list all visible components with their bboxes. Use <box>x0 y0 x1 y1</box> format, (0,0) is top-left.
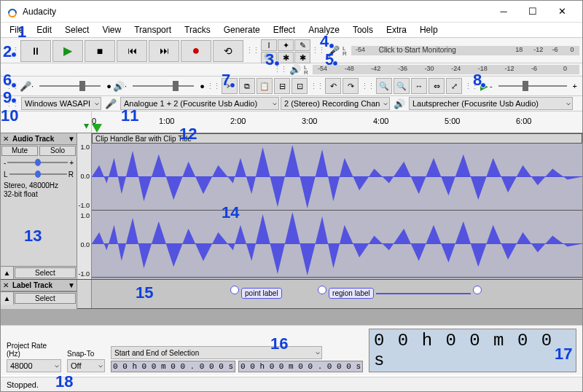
label-track-select-button[interactable]: Select <box>15 293 76 304</box>
zoom-toggle-button[interactable]: ⤢ <box>446 78 462 94</box>
track-menu-button[interactable]: ▼ <box>66 135 77 143</box>
stop-button[interactable]: ■ <box>85 40 115 62</box>
recording-meter[interactable]: -54 -48 -42 Click to Start Monitoring 18… <box>351 46 579 55</box>
cut-button[interactable]: ✂ <box>222 78 238 94</box>
grip[interactable]: ⋮⋮ <box>310 46 326 55</box>
clip-handle-bar[interactable]: Clip Handle Bar with Clip Title <box>92 133 582 144</box>
region-label[interactable]: region label <box>318 283 482 297</box>
label-track-menu-button[interactable]: ▼ <box>66 281 77 289</box>
label-collapse-button[interactable]: ▲ <box>1 292 14 305</box>
grip[interactable]: ⋮⋮ <box>272 65 288 74</box>
recording-device-dropdown[interactable]: Analogue 1 + 2 (Focusrite Usb Audio) <box>120 97 279 110</box>
undo-button[interactable]: ↶ <box>325 78 341 94</box>
grip[interactable]: ⋮⋮ <box>359 82 375 91</box>
paste-button[interactable]: 📋 <box>257 78 273 94</box>
solo-button[interactable]: Solo <box>39 146 76 156</box>
menu-edit[interactable]: Edit <box>31 23 58 36</box>
maximize-button[interactable]: ☐ <box>518 1 547 22</box>
collapse-button[interactable]: ▲ <box>1 267 14 279</box>
label-track-control: ✕ Label Track ▼ ▲ Select <box>1 280 77 309</box>
grip[interactable]: ⋮⋮ <box>4 99 20 109</box>
menu-view[interactable]: View <box>96 23 127 36</box>
label-track-close-button[interactable]: ✕ <box>1 281 11 289</box>
draw-tool-button[interactable]: ✎ <box>294 39 310 51</box>
minimize-button[interactable]: ─ <box>489 1 518 22</box>
play-speed-icon: ▶ <box>480 80 488 92</box>
mute-button[interactable]: Mute <box>1 146 38 156</box>
multi-tool-button[interactable]: ✱ <box>294 52 310 63</box>
close-button[interactable]: ✕ <box>547 1 576 22</box>
fit-selection-button[interactable]: ↔ <box>411 78 427 94</box>
snap-to-dropdown[interactable]: Off <box>67 359 105 372</box>
menu-tracks[interactable]: Tracks <box>179 23 216 36</box>
grip[interactable]: ⋮⋮ <box>463 82 479 91</box>
waveform-area[interactable]: Clip Handle Bar with Clip Title <box>92 133 582 279</box>
recording-channels-dropdown[interactable]: 2 (Stereo) Recording Chan <box>281 97 390 110</box>
grip[interactable]: ⋮⋮ <box>244 46 260 55</box>
envelope-tool-button[interactable]: ✦ <box>278 39 294 51</box>
grip[interactable]: ⋮⋮ <box>4 82 20 91</box>
project-rate-dropdown[interactable]: 48000 <box>7 359 61 372</box>
track-name[interactable]: Audio Track <box>11 135 66 143</box>
track-select-button[interactable]: Select <box>15 267 76 278</box>
skip-start-button[interactable]: ⏮ <box>117 40 147 62</box>
play-button[interactable]: ▶ <box>52 40 83 62</box>
record-button[interactable]: ● <box>181 40 211 62</box>
selection-end-time[interactable]: 0 0 h 0 0 m 0 0 . 0 0 0 s <box>238 361 363 372</box>
play-speed-slider[interactable]: -+ <box>490 79 577 93</box>
label-track: ✕ Label Track ▼ ▲ Select point label reg… <box>1 279 582 308</box>
recording-volume-slider[interactable]: ·● <box>31 79 111 93</box>
timeline-ruler[interactable]: 0 1:00 2:00 3:00 4:00 5:00 6:00 <box>92 111 582 133</box>
grip[interactable]: ⋮⋮ <box>308 82 324 91</box>
menu-file[interactable]: File <box>4 23 29 36</box>
silence-button[interactable]: ⊡ <box>292 78 308 94</box>
zoom-in-button[interactable]: 🔍 <box>376 78 392 94</box>
label-track-name[interactable]: Label Track <box>11 281 66 289</box>
menu-tools[interactable]: Tools <box>347 23 379 36</box>
menu-transport[interactable]: Transport <box>128 23 177 36</box>
speaker-icon: 🔊 <box>394 98 405 109</box>
playback-device-dropdown[interactable]: Lautsprecher (Focusrite Usb Audio) <box>409 97 573 110</box>
waveform-right[interactable] <box>92 211 582 278</box>
copy-button[interactable]: ⧉ <box>239 78 255 94</box>
point-label[interactable]: point label <box>230 283 282 297</box>
menu-help[interactable]: Help <box>414 23 444 36</box>
fit-project-button[interactable]: ⇔ <box>429 78 445 94</box>
trim-button[interactable]: ⊟ <box>274 78 290 94</box>
label-area[interactable]: point label region label <box>92 280 582 308</box>
menubar: File Edit Select View Transport Tracks G… <box>1 23 582 37</box>
selection-tool-button[interactable]: I <box>261 39 277 51</box>
menu-generate[interactable]: Generate <box>218 23 266 36</box>
menu-effect[interactable]: Effect <box>267 23 301 36</box>
audio-host-dropdown[interactable]: Windows WASAPI <box>21 97 101 110</box>
mic-icon: 🎤 <box>20 81 31 92</box>
playback-meter[interactable]: -54 -48 -42 -36 -30 -24 -18 -12 -6 0 <box>313 65 579 74</box>
snap-to-label: Snap-To <box>67 350 105 358</box>
playback-volume-slider[interactable]: ·● <box>125 79 205 93</box>
menu-extra[interactable]: Extra <box>380 23 412 36</box>
menu-analyze[interactable]: Analyze <box>302 23 345 36</box>
audio-position-display[interactable]: 0 0 h 0 0 m 0 0 s <box>369 329 576 372</box>
menu-select[interactable]: Select <box>59 23 95 36</box>
timeshift-tool-button[interactable]: ✱ <box>278 52 294 63</box>
zoom-tool-button[interactable]: 🔍 <box>261 52 277 63</box>
redo-button[interactable]: ↷ <box>343 78 359 94</box>
timeline[interactable]: ▾ 0 1:00 2:00 3:00 4:00 5:00 6:00 <box>1 111 582 133</box>
vertical-ruler[interactable]: 1.0 0.0 -1.0 1.0 0.0 -1.0 <box>77 133 92 279</box>
track-close-button[interactable]: ✕ <box>1 135 11 143</box>
track-info: Stereo, 48000Hz 32-bit float <box>1 180 77 200</box>
selection-mode-dropdown[interactable]: Start and End of Selection <box>111 346 322 359</box>
rec-meter-lr: LR <box>341 46 348 56</box>
waveform-left[interactable] <box>92 144 582 211</box>
loop-button[interactable]: ⟲ <box>213 40 243 62</box>
grip[interactable]: ⋮⋮ <box>4 46 20 55</box>
speaker-icon: 🔊 <box>289 64 301 75</box>
pause-button[interactable]: ⏸ <box>20 40 51 62</box>
gain-slider[interactable]: -+ <box>1 157 77 168</box>
selection-start-time[interactable]: 0 0 h 0 0 m 0 0 . 0 0 0 s <box>111 361 235 372</box>
skip-end-button[interactable]: ⏭ <box>149 40 179 62</box>
pan-slider[interactable]: LR <box>1 168 77 180</box>
grip[interactable]: ⋮⋮ <box>205 82 221 91</box>
play-meter-lr: LR <box>302 65 310 75</box>
zoom-out-button[interactable]: 🔍 <box>394 78 410 94</box>
